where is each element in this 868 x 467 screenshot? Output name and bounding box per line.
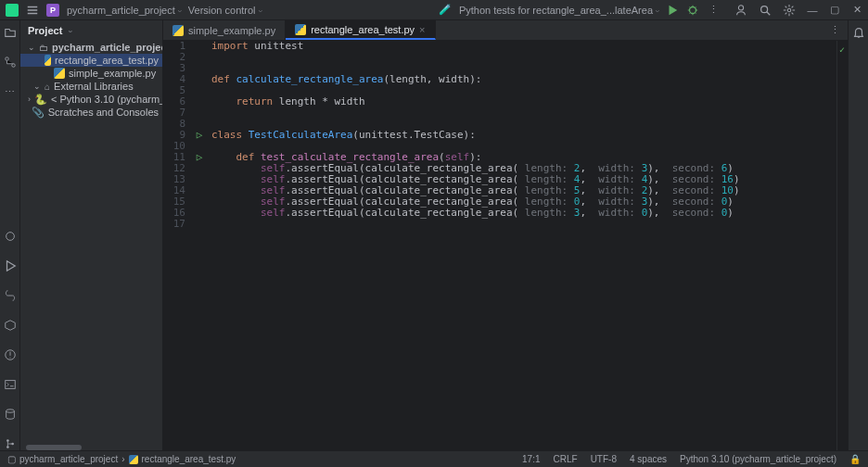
main-area: ⋯ Project ⌄ pycharm_article_project C:\U… xyxy=(0,20,868,450)
breadcrumb-chevron: ▢ xyxy=(7,454,16,464)
line-separator[interactable]: CRLF xyxy=(554,454,578,464)
window-minimize[interactable]: — xyxy=(807,5,818,16)
tree-external-label: External Libraries xyxy=(54,81,134,92)
folder-icon xyxy=(39,42,48,53)
nav-breadcrumbs[interactable]: ▢ pycharm_article_project › rectangle_ar… xyxy=(7,454,236,464)
inspection-ok-icon: ✓ xyxy=(839,44,845,55)
tree-python-label: < Python 3.10 (pycharm_article_p xyxy=(51,94,162,105)
debug-icon[interactable] xyxy=(686,4,699,17)
python-file-icon xyxy=(45,55,52,66)
tab-label: rectangle_area_test.py xyxy=(311,24,415,35)
more-tool-icon[interactable]: ⋯ xyxy=(4,85,17,98)
python-file-icon xyxy=(172,25,184,36)
left-tool-rail: ⋯ xyxy=(0,20,20,450)
tree-root[interactable]: ⌄ pycharm_article_project C:\Users xyxy=(20,41,162,54)
library-icon xyxy=(45,81,50,92)
tab-label: simple_example.py xyxy=(188,25,275,36)
breadcrumb-file[interactable]: rectangle_area_test.py xyxy=(142,454,236,464)
run-gutter[interactable]: ▷▷ xyxy=(191,41,208,450)
tree-scratches[interactable]: 📎 Scratches and Consoles xyxy=(20,106,162,119)
tree-python-interpreter[interactable]: ›🐍 < Python 3.10 (pycharm_article_p xyxy=(20,93,162,106)
project-pane-header[interactable]: Project xyxy=(20,20,162,41)
svg-point-10 xyxy=(6,410,14,413)
python-file-icon xyxy=(129,455,138,464)
search-icon[interactable] xyxy=(759,4,772,17)
python-file-icon xyxy=(295,24,306,35)
code-with-me-icon[interactable] xyxy=(734,4,747,17)
breadcrumb-sep: › xyxy=(121,454,124,464)
run-icon[interactable] xyxy=(666,4,679,17)
more-actions-icon[interactable]: ⋮ xyxy=(707,4,720,17)
breadcrumb-project[interactable]: pycharm_article_project xyxy=(19,454,118,464)
tab-overflow-icon[interactable]: ⋮ xyxy=(830,24,840,36)
project-selector[interactable]: pycharm_article_project xyxy=(67,5,181,16)
window-close[interactable]: ✕ xyxy=(851,4,862,16)
svg-rect-0 xyxy=(6,4,19,17)
editor-tabs: simple_example.py rectangle_area_test.py… xyxy=(163,20,848,41)
services-icon[interactable] xyxy=(4,319,17,332)
editor-area: simple_example.py rectangle_area_test.py… xyxy=(163,20,848,450)
run-config-pytest-icon: 🧪 xyxy=(439,4,452,17)
tab-simple-example[interactable]: simple_example.py xyxy=(163,20,286,40)
tree-external-libraries[interactable]: ⌄ External Libraries xyxy=(20,80,162,93)
project-pane-dropdown[interactable] xyxy=(66,25,71,36)
python-file-icon xyxy=(54,68,65,79)
close-tab-icon[interactable]: × xyxy=(419,24,425,35)
notifications-icon[interactable] xyxy=(852,26,865,39)
svg-point-2 xyxy=(738,5,743,9)
file-encoding[interactable]: UTF-8 xyxy=(591,454,617,464)
tree-scratches-label: Scratches and Consoles xyxy=(48,107,159,118)
version-control-selector[interactable]: Version control xyxy=(188,5,262,16)
database-icon[interactable] xyxy=(4,408,17,421)
editor-body[interactable]: 1234567891011121314151617 ▷▷ import unit… xyxy=(163,41,848,450)
python-console-icon[interactable] xyxy=(4,289,17,302)
project-badge: P xyxy=(46,4,59,17)
caret-position[interactable]: 17:1 xyxy=(522,454,540,464)
line-number-gutter: 1234567891011121314151617 xyxy=(163,41,191,450)
tree-file-label: simple_example.py xyxy=(69,68,156,79)
project-tree[interactable]: ⌄ pycharm_article_project C:\Users recta… xyxy=(20,41,162,445)
terminal-icon[interactable] xyxy=(4,378,17,391)
tree-root-label: pycharm_article_project xyxy=(52,42,162,53)
project-pane: Project ⌄ pycharm_article_project C:\Use… xyxy=(20,20,163,450)
right-tool-rail xyxy=(848,20,868,450)
statusbar: ▢ pycharm_article_project › rectangle_ar… xyxy=(0,450,868,467)
svg-point-4 xyxy=(787,8,791,12)
project-tool-icon[interactable] xyxy=(4,26,17,39)
git-icon[interactable] xyxy=(4,437,17,450)
interpreter[interactable]: Python 3.10 (pycharm_article_project) xyxy=(680,454,836,464)
editor-vertical-scrollbar[interactable]: ✓ xyxy=(836,41,848,450)
tab-rectangle-area-test[interactable]: rectangle_area_test.py × xyxy=(286,20,435,40)
problems-icon[interactable] xyxy=(4,348,17,361)
svg-point-6 xyxy=(11,64,15,68)
svg-point-1 xyxy=(690,6,696,13)
tree-file-label: rectangle_area_test.py xyxy=(55,55,159,66)
project-pane-title: Project xyxy=(28,25,62,36)
python-env-icon: 🐍 xyxy=(34,94,47,106)
settings-icon[interactable] xyxy=(783,4,796,17)
tree-file-selected[interactable]: rectangle_area_test.py xyxy=(20,54,162,67)
svg-point-5 xyxy=(5,57,8,61)
commit-tool-icon[interactable] xyxy=(4,56,17,69)
run-config-selector[interactable]: Python tests for rectangle_area_...lateA… xyxy=(459,5,658,16)
readonly-lock-icon[interactable]: 🔒 xyxy=(849,454,861,464)
window-maximize[interactable]: ▢ xyxy=(829,4,840,16)
indent-settings[interactable]: 4 spaces xyxy=(630,454,667,464)
code-content[interactable]: import unittestdef calculate_rectangle_a… xyxy=(208,41,836,450)
scratches-icon: 📎 xyxy=(32,107,45,119)
titlebar: P pycharm_article_project Version contro… xyxy=(0,0,868,20)
svg-rect-9 xyxy=(5,381,15,389)
svg-point-3 xyxy=(761,6,768,12)
svg-point-7 xyxy=(6,233,14,241)
run-tool-icon[interactable] xyxy=(4,259,17,272)
python-packages-icon[interactable] xyxy=(4,230,17,243)
app-icon xyxy=(6,4,19,17)
tree-file[interactable]: simple_example.py xyxy=(20,67,162,80)
main-menu-icon[interactable] xyxy=(26,4,39,17)
